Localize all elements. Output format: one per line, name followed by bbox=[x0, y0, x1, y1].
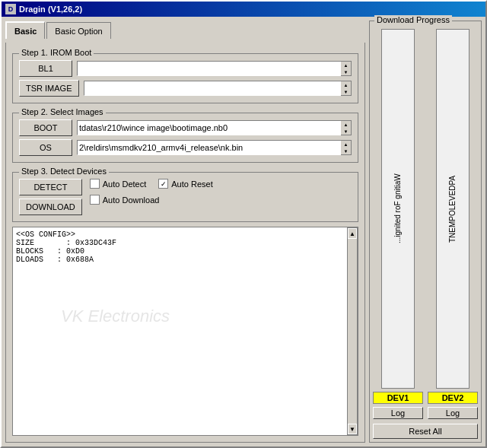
auto-reset-row: Auto Reset bbox=[158, 179, 212, 189]
dev1-progress-bar: ...ignited roF gnitiaW bbox=[381, 29, 415, 389]
tab-basic-option[interactable]: Basic Option bbox=[46, 22, 110, 39]
auto-reset-checkbox[interactable] bbox=[158, 179, 168, 189]
dev1-label: DEV1 bbox=[373, 392, 423, 404]
bl1-button[interactable]: BL1 bbox=[19, 60, 72, 77]
boot-spin-up[interactable]: ▲ bbox=[341, 121, 351, 128]
bl1-spin-down[interactable]: ▼ bbox=[341, 68, 351, 75]
auto-download-checkbox[interactable] bbox=[90, 195, 100, 205]
reset-all-button[interactable]: Reset All bbox=[373, 424, 478, 439]
dev2-log-button[interactable]: Log bbox=[428, 407, 478, 419]
os-row: OS ▲ ▼ bbox=[19, 139, 352, 156]
step2-title: Step 2. Select Images bbox=[19, 107, 106, 116]
os-input-wrapper: ▲ ▼ bbox=[77, 140, 352, 155]
boot-button[interactable]: BOOT bbox=[19, 119, 72, 136]
title-bar: D Dragin (V1,26,2) bbox=[2, 2, 485, 17]
step3-title: Step 3. Detect Devices bbox=[19, 167, 109, 176]
main-window: D Dragin (V1,26,2) Basic Basic Option St… bbox=[0, 0, 487, 448]
dev1-log-button[interactable]: Log bbox=[373, 407, 423, 419]
auto-reset-label: Auto Reset bbox=[171, 180, 212, 189]
auto-download-row: Auto Download bbox=[90, 195, 213, 205]
step1-group: Step 1. IROM Boot BL1 ▲ ▼ TSR IMAGE bbox=[12, 53, 358, 103]
right-panel: Download Progress ...ignited roF gnitiaW… bbox=[369, 21, 482, 443]
auto-download-label: Auto Download bbox=[103, 195, 160, 205]
dev1-progress-text: ...ignited roF gnitiaW bbox=[382, 30, 414, 388]
scroll-up-arrow[interactable]: ▲ bbox=[348, 228, 357, 239]
os-button[interactable]: OS bbox=[19, 139, 72, 156]
scroll-down-arrow[interactable]: ▼ bbox=[348, 424, 357, 434]
tsr-spin-up[interactable]: ▲ bbox=[341, 81, 351, 88]
boot-spin-down[interactable]: ▼ bbox=[341, 128, 351, 135]
tsr-input-wrapper: ▲ ▼ bbox=[84, 81, 352, 96]
bl1-spinner: ▲ ▼ bbox=[341, 61, 352, 76]
download-button[interactable]: DOWNLOAD bbox=[19, 199, 82, 215]
step3-group: Step 3. Detect Devices DETECT DOWNLOAD A… bbox=[12, 172, 358, 222]
detect-button[interactable]: DETECT bbox=[19, 179, 82, 195]
auto-detect-label: Auto Detect bbox=[103, 180, 146, 189]
dev1-wrapper: ...ignited roF gnitiaW DEV1 Log bbox=[373, 29, 423, 419]
boot-input-wrapper: ▲ ▼ bbox=[77, 120, 352, 135]
log-text: <<OS CONFIG>> SIZE : 0x33DC43F BLOCKS : … bbox=[16, 230, 344, 264]
step3-buttons: DETECT DOWNLOAD bbox=[19, 179, 82, 215]
auto-detect-row: Auto Detect bbox=[90, 179, 146, 189]
bl1-spin-up[interactable]: ▲ bbox=[341, 62, 351, 68]
main-content-area: Step 1. IROM Boot BL1 ▲ ▼ TSR IMAGE bbox=[5, 43, 365, 443]
bl1-input[interactable] bbox=[77, 61, 341, 76]
tsr-button[interactable]: TSR IMAGE bbox=[19, 80, 79, 97]
boot-row: BOOT ▲ ▼ bbox=[19, 119, 352, 136]
step3-options: Auto Detect Auto Reset Auto Download bbox=[90, 179, 213, 205]
app-icon: D bbox=[5, 4, 16, 14]
window-title: Dragin (V1,26,2) bbox=[19, 5, 82, 14]
boot-input[interactable] bbox=[77, 120, 341, 135]
boot-spinner: ▲ ▼ bbox=[341, 120, 352, 135]
dev2-wrapper: TNEMPOLEVEDPA DEV2 Log bbox=[428, 29, 478, 419]
os-spinner: ▲ ▼ bbox=[341, 140, 352, 155]
scroll-track bbox=[348, 239, 357, 424]
tab-basic[interactable]: Basic bbox=[5, 21, 45, 39]
download-progress-group: Download Progress ...ignited roF gnitiaW… bbox=[369, 21, 482, 443]
tsr-row: TSR IMAGE ▲ ▼ bbox=[19, 80, 352, 97]
tsr-spin-down[interactable]: ▼ bbox=[341, 88, 351, 95]
tsr-spinner: ▲ ▼ bbox=[341, 81, 352, 96]
log-scrollbar[interactable]: ▲ ▼ bbox=[347, 227, 358, 435]
left-panel: Basic Basic Option Step 1. IROM Boot BL1 bbox=[5, 21, 365, 443]
os-input[interactable] bbox=[77, 140, 341, 155]
auto-detect-checkbox[interactable] bbox=[90, 179, 100, 189]
step2-group: Step 2. Select Images BOOT ▲ ▼ OS bbox=[12, 113, 358, 163]
bl1-row: BL1 ▲ ▼ bbox=[19, 60, 352, 77]
dev2-progress-bar: TNEMPOLEVEDPA bbox=[436, 29, 469, 389]
os-spin-down[interactable]: ▼ bbox=[341, 148, 351, 154]
log-content: <<OS CONFIG>> SIZE : 0x33DC43F BLOCKS : … bbox=[13, 227, 347, 435]
dev2-label: DEV2 bbox=[428, 392, 478, 404]
download-progress-title: Download Progress bbox=[374, 15, 452, 24]
bl1-input-wrapper: ▲ ▼ bbox=[77, 61, 352, 76]
progress-bars-container: ...ignited roF gnitiaW DEV1 Log TNEMPOLE… bbox=[373, 29, 478, 419]
dev2-progress-text: TNEMPOLEVEDPA bbox=[437, 30, 469, 388]
os-spin-up[interactable]: ▲ bbox=[341, 141, 351, 148]
log-outer: <<OS CONFIG>> SIZE : 0x33DC43F BLOCKS : … bbox=[12, 227, 358, 436]
window-body: Basic Basic Option Step 1. IROM Boot BL1 bbox=[2, 17, 485, 446]
tsr-input[interactable] bbox=[84, 81, 341, 96]
tab-bar: Basic Basic Option bbox=[5, 21, 365, 39]
step1-title: Step 1. IROM Boot bbox=[19, 48, 94, 57]
